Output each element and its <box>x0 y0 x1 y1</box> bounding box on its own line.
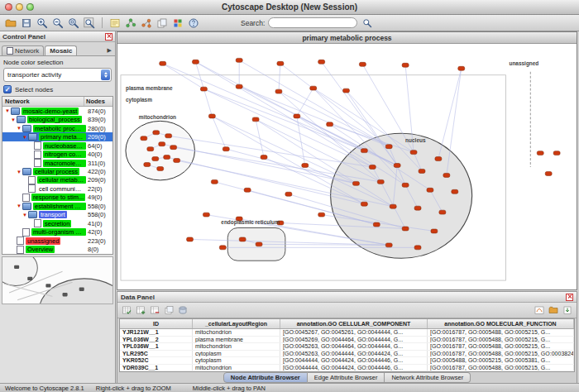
table-row[interactable]: YPL036W__1mitochondrion[GO:0045263, GO:0… <box>120 343 574 351</box>
network-node[interactable] <box>174 159 180 163</box>
tree-item-multi-organism-pr[interactable]: multi-organism pr...42(0) <box>2 228 112 237</box>
delete-attribute-icon[interactable] <box>149 304 160 316</box>
network-node[interactable] <box>256 242 262 246</box>
tree-item-biological-process[interactable]: ▼biological_process839(0) <box>2 115 112 123</box>
select-attributes-icon[interactable] <box>121 304 132 316</box>
tree-item-nitrogen-compo[interactable]: nitrogen compo...40(0) <box>2 150 112 158</box>
tree-item-secretion[interactable]: secretion41(0) <box>2 219 112 227</box>
network-edge[interactable] <box>203 89 372 167</box>
tree-item-response-to-stim[interactable]: response to stim...49(0) <box>2 194 112 202</box>
data-panel-float-icon[interactable] <box>566 294 573 301</box>
tree-item-overview[interactable]: Overview8(0) <box>2 246 112 254</box>
vizmapper-icon[interactable] <box>171 17 184 30</box>
select-nodes-checkbox[interactable]: ✓ <box>3 85 12 93</box>
tree-item-cellular-process[interactable]: ▼cellular process422(0) <box>2 167 112 175</box>
network-node[interactable] <box>294 114 300 118</box>
tab-edge-attribute-browser[interactable]: Edge Attribute Browser <box>308 372 385 383</box>
network-node[interactable] <box>327 122 333 127</box>
network-node[interactable] <box>369 165 376 170</box>
network-node[interactable] <box>285 192 292 196</box>
tree-expand-arrow-icon[interactable]: ▼ <box>10 117 17 122</box>
zoom-fit-icon[interactable] <box>83 17 96 30</box>
node-color-select[interactable]: transporter activity <box>3 68 112 82</box>
network-node[interactable] <box>236 58 242 62</box>
tree-column-nodes[interactable]: Nodes <box>84 98 112 105</box>
network-node[interactable] <box>458 66 465 70</box>
network-node[interactable] <box>352 181 359 185</box>
import-attributes-icon[interactable] <box>562 304 573 316</box>
network-node[interactable] <box>318 213 325 217</box>
table-row[interactable]: YKR052Ccytoplasm[GO:0044444, GO:0044424,… <box>120 357 574 365</box>
network-node[interactable] <box>390 204 396 208</box>
table-row[interactable]: YDR039C__1mitochondrion[GO:0044444, GO:0… <box>120 365 574 372</box>
annotation-icon[interactable] <box>108 17 122 30</box>
network-node[interactable] <box>164 155 170 160</box>
network-node[interactable] <box>385 145 392 149</box>
table-row[interactable]: YJR121W__1mitochondrion[GO:0045267, GO:0… <box>120 329 574 337</box>
column-header-1[interactable]: _cellularLayoutRegion <box>193 319 280 328</box>
tree-item-cellular-metabol[interactable]: cellular metabol...209(0) <box>2 176 112 184</box>
tree-column-network[interactable]: Network <box>2 97 84 106</box>
tree-item-cell-communicat[interactable]: cell communicat...22(0) <box>2 184 112 193</box>
network-node[interactable] <box>553 151 560 155</box>
network-node[interactable] <box>147 147 154 151</box>
network-canvas[interactable]: plasma membranecytoplasmmitochondrionnuc… <box>117 44 577 289</box>
tab-network[interactable]: Network <box>2 45 44 55</box>
tree-expand-arrow-icon[interactable]: ▼ <box>16 170 22 174</box>
network-node[interactable] <box>431 229 438 233</box>
network-edge[interactable] <box>226 149 356 184</box>
tree-item-macromolecule[interactable]: macromolecule...311(0) <box>2 159 112 167</box>
network-node[interactable] <box>410 151 417 155</box>
network-node[interactable] <box>302 164 309 168</box>
network-edge[interactable] <box>438 69 462 159</box>
network-edge[interactable] <box>163 64 365 151</box>
tree-expand-arrow-icon[interactable]: ▼ <box>16 126 22 131</box>
search-input[interactable] <box>268 17 357 28</box>
open-folder-icon[interactable] <box>4 17 17 30</box>
network-node[interactable] <box>211 179 218 184</box>
tree-item-establishment-of-l[interactable]: ▼establishment of l...558(0) <box>2 202 112 210</box>
network-node[interactable] <box>187 237 194 241</box>
network-node[interactable] <box>275 89 282 93</box>
tab-overflow-icon[interactable]: ▶ <box>108 47 113 55</box>
network-edge[interactable] <box>203 89 364 151</box>
network-node[interactable] <box>402 63 409 67</box>
network-node[interactable] <box>318 60 325 64</box>
network-node[interactable] <box>153 131 160 135</box>
network-node[interactable] <box>219 246 226 250</box>
network-node[interactable] <box>144 163 151 167</box>
first-neighbors-icon[interactable] <box>124 17 137 30</box>
zoom-out-icon[interactable] <box>51 17 65 30</box>
network-node[interactable] <box>537 151 543 155</box>
network-node[interactable] <box>252 117 259 122</box>
table-row[interactable]: YLR295Ccytoplasm[GO:0045263, GO:0044444,… <box>120 351 574 358</box>
network-node[interactable] <box>261 155 267 160</box>
tree-item-nucleobase-con[interactable]: nucleobase-con...64(0) <box>2 141 112 150</box>
network-node[interactable] <box>427 188 433 192</box>
network-node[interactable] <box>244 188 251 192</box>
network-node[interactable] <box>343 88 350 93</box>
network-edge[interactable] <box>279 64 280 92</box>
search-options-icon[interactable] <box>361 17 374 30</box>
function-builder-icon[interactable] <box>534 304 545 316</box>
network-edge[interactable] <box>212 116 364 203</box>
zoom-in-icon[interactable] <box>36 17 49 30</box>
column-header-3[interactable]: annotation.GO MOLECULAR_FUNCTION <box>428 319 574 328</box>
network-edge[interactable] <box>256 119 264 157</box>
open-attribute-file-icon[interactable] <box>548 304 559 316</box>
tab-node-attribute-browser[interactable]: Node Attribute Browser <box>223 372 308 383</box>
tree-item-mosaic-demo-yeast[interactable]: ▼mosaic-demo-yeast874(0) <box>2 107 112 115</box>
network-node[interactable] <box>310 86 317 90</box>
network-node[interactable] <box>193 60 199 64</box>
network-node[interactable] <box>208 114 215 118</box>
maximize-window-button[interactable] <box>26 3 34 11</box>
network-node[interactable] <box>152 157 159 161</box>
save-session-icon[interactable] <box>20 17 33 30</box>
network-node[interactable] <box>223 147 229 151</box>
zoom-actual-icon[interactable] <box>67 17 80 30</box>
tree-expand-arrow-icon[interactable]: ▼ <box>16 203 22 208</box>
network-node[interactable] <box>361 149 367 153</box>
network-node[interactable] <box>359 62 366 66</box>
tree-item-metabolic-process[interactable]: ▼metabolic process280(0) <box>2 124 112 132</box>
network-node[interactable] <box>414 206 421 210</box>
